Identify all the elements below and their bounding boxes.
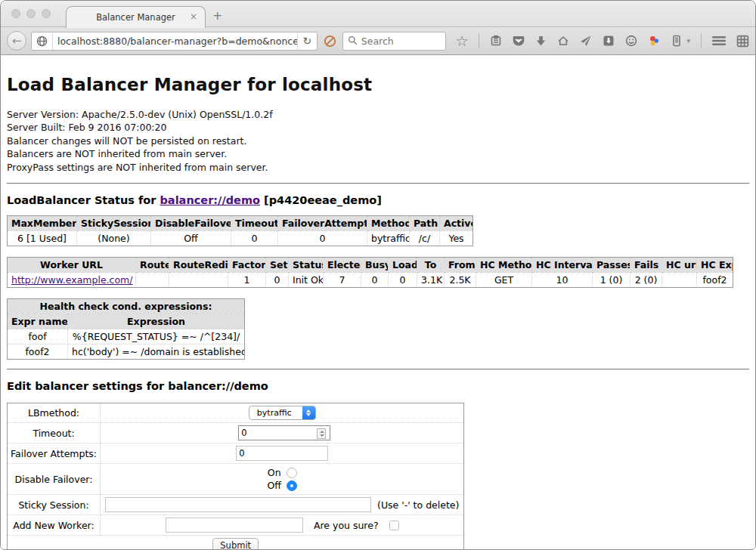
form-row-lbmethod: LBmethod: bytraffic: [8, 403, 464, 423]
toolbar-separator-2: [701, 33, 702, 48]
worker-row: http://www.example.com/ 1 0 Init Ok 7 0 …: [8, 273, 733, 288]
search-input[interactable]: [361, 36, 437, 47]
lbmethod-label: LBmethod:: [8, 403, 101, 423]
table-header-row: MaxMembers StickySession DisableFailover…: [8, 216, 473, 231]
col-disablefailover: DisableFailover: [151, 216, 231, 231]
status-heading-suffix: [p4420eeae_demo]: [260, 194, 382, 206]
col-failoverattempts: FailoverAttempts: [278, 216, 367, 231]
extension-colordots-icon[interactable]: [648, 35, 661, 48]
chevron-down-icon[interactable]: ▾: [686, 37, 690, 45]
form-row-disable-failover: Disable Failover: On Off: [8, 464, 464, 495]
new-tab-button[interactable]: +: [212, 10, 222, 22]
worker-url-link[interactable]: http://www.example.com/: [11, 274, 132, 286]
table-row: 6 [1 Used] (None) Off 0 0 bytraffic /c/ …: [8, 231, 473, 246]
notice-inherit: Balancers are NOT inherited from main se…: [7, 147, 749, 160]
add-worker-input[interactable]: [166, 518, 303, 533]
page-content: Load Balancer Manager for localhost Serv…: [1, 55, 755, 549]
col-expr-name: Expr name: [8, 314, 68, 329]
col-expression: Expression: [68, 314, 245, 329]
health-table-title-row: Health check cond. expressions:: [8, 299, 245, 314]
navigation-toolbar: ← localhost:8880/balancer-manager?b=demo…: [1, 27, 755, 55]
form-row-failover-attempts: Failover Attempts:: [8, 443, 464, 464]
home-icon[interactable]: [557, 35, 569, 47]
page-title: Load Balancer Manager for localhost: [7, 75, 749, 94]
url-bar[interactable]: localhost:8880/balancer-manager?b=demo&n…: [31, 32, 318, 51]
close-window-button[interactable]: [11, 9, 20, 18]
health-table-header-row: Expr name Expression: [8, 314, 245, 329]
confirm-label: Are you sure?: [314, 520, 379, 531]
failover-attempts-input[interactable]: [236, 446, 328, 461]
add-worker-label: Add New Worker:: [8, 515, 101, 536]
downloads-icon[interactable]: [535, 36, 547, 47]
zoom-window-button[interactable]: [42, 9, 51, 18]
col-path: Path: [410, 216, 440, 231]
server-built: Server Built: Feb 9 2016 07:00:20: [7, 121, 749, 134]
sticky-session-hint: (Use '-' to delete): [377, 499, 459, 511]
radio-on[interactable]: [287, 468, 297, 478]
globe-icon[interactable]: [32, 32, 53, 50]
toolbar-icons: ☆: [455, 33, 749, 48]
submit-button[interactable]: Submit: [212, 538, 259, 549]
tab-close-icon[interactable]: ×: [190, 12, 197, 21]
bookmark-star-icon[interactable]: ☆: [455, 34, 468, 48]
form-row-submit: Submit: [8, 536, 464, 549]
download-box-icon[interactable]: [603, 35, 615, 47]
edit-balancer-form: LBmethod: bytraffic Timeout: Failover At…: [7, 403, 464, 549]
notice-proxypass: ProxyPass settings are NOT inherited fro…: [7, 161, 749, 174]
url-text[interactable]: localhost:8880/balancer-manager?b=demo&n…: [53, 36, 297, 47]
col-method: Method: [367, 216, 410, 231]
divider: [7, 369, 749, 370]
divider: [7, 183, 749, 184]
tab-bar: Balancer Manager × +: [1, 1, 755, 27]
radio-off-label: Off: [268, 479, 281, 492]
health-table-title: Health check cond. expressions:: [8, 299, 245, 314]
minimize-window-button[interactable]: [26, 9, 36, 18]
extension-clipboard-icon[interactable]: [671, 35, 682, 47]
timeout-label: Timeout:: [8, 423, 101, 443]
sticky-session-input[interactable]: [105, 497, 371, 512]
col-active: Active: [440, 216, 473, 231]
balancer-status-table: MaxMembers StickySession DisableFailover…: [7, 215, 473, 246]
tab-grid-icon[interactable]: [736, 35, 749, 48]
balancer-demo-link[interactable]: balancer://demo: [160, 194, 260, 206]
bookmarks-panel-icon[interactable]: [490, 35, 502, 47]
notice-persist: Balancer changes will NOT be persisted o…: [7, 134, 749, 147]
col-timeout: Timeout: [231, 216, 278, 231]
lbmethod-selected-value: bytraffic: [249, 408, 302, 418]
lbmethod-select[interactable]: bytraffic: [249, 406, 316, 420]
toolbar-separator: [479, 33, 479, 48]
adblock-icon[interactable]: [324, 35, 336, 48]
sticky-session-label: Sticky Session:: [8, 495, 101, 515]
col-worker-url: Worker URL: [8, 258, 136, 273]
search-bar[interactable]: [342, 32, 447, 51]
worker-table: Worker URL Route RouteRedir Factor Set S…: [7, 257, 733, 288]
form-row-add-worker: Add New Worker: Are you sure?: [8, 515, 464, 536]
radio-on-label: On: [268, 466, 281, 479]
radio-off[interactable]: [287, 480, 297, 491]
server-version: Server Version: Apache/2.5.0-dev (Unix) …: [7, 108, 749, 121]
browser-window: Balancer Manager × + ← localhost:8880/ba…: [0, 0, 756, 550]
reload-icon[interactable]: ↻: [297, 32, 317, 50]
health-expr-row: foof2 hc('body') =~ /domain is establish…: [8, 345, 245, 360]
confirm-checkbox[interactable]: [389, 521, 399, 530]
back-button[interactable]: ←: [7, 31, 26, 51]
search-icon: [348, 34, 358, 48]
disable-failover-label: Disable Failover:: [8, 464, 101, 495]
health-expr-row: foof %{REQUEST_STATUS} =~ /^[234]/: [8, 329, 245, 345]
window-controls: [11, 9, 51, 18]
table-header-row: Worker URL Route RouteRedir Factor Set S…: [8, 258, 733, 273]
menu-hamburger-icon[interactable]: [712, 36, 726, 46]
feedback-smiley-icon[interactable]: [625, 35, 637, 47]
col-maxmembers: MaxMembers: [8, 216, 77, 231]
tab-balancer-manager[interactable]: Balancer Manager ×: [66, 6, 206, 28]
form-row-sticky-session: Sticky Session: (Use '-' to delete): [8, 495, 464, 515]
send-plane-icon[interactable]: [580, 35, 592, 47]
number-stepper-icon[interactable]: [317, 428, 326, 439]
status-heading: LoadBalancer Status for balancer://demo …: [7, 194, 749, 206]
pocket-icon[interactable]: [513, 35, 525, 47]
failover-attempts-label: Failover Attempts:: [8, 443, 101, 464]
server-info: Server Version: Apache/2.5.0-dev (Unix) …: [7, 108, 749, 174]
col-stickysession: StickySession: [77, 216, 151, 231]
edit-settings-heading: Edit balancer settings for balancer://de…: [7, 380, 749, 392]
select-stepper-icon: [302, 406, 315, 420]
